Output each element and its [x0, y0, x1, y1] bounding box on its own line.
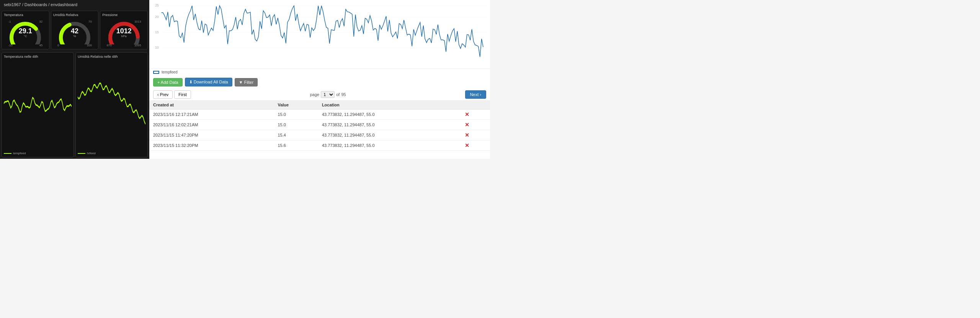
gauge-umidita-value: 42 %	[71, 28, 78, 38]
table-row: 2023/11/15 11:47:20PM 15.4 43.773832, 11…	[149, 130, 490, 140]
data-table-wrap: Created at Value Location 2023/11/16 12:…	[149, 101, 490, 159]
main-chart-legend: tempfeed	[149, 69, 490, 75]
gauge-temperatura-value: 29.1 °C	[19, 28, 32, 38]
delete-button[interactable]: ✕	[465, 132, 469, 138]
temp48-legend-label: tempfeed	[13, 152, 26, 155]
col-header-created-at: Created at	[149, 101, 274, 109]
gauge-pressione-wrap: 1012 hPa 1013	[107, 18, 141, 44]
gauge-pressione-value: 1012 hPa	[116, 28, 132, 38]
table-row: 2023/11/16 12:02:21AM 15.0 43.773832, 11…	[149, 120, 490, 130]
gauge-temperatura-title: Temperatura	[4, 13, 23, 17]
download-icon: ⬇	[189, 80, 194, 84]
filter-button[interactable]: ▼ Filter	[235, 78, 258, 86]
controls-row: + Add Data ⬇ Download All Data ▼ Filter	[149, 75, 490, 89]
svg-text:20: 20	[155, 15, 159, 19]
table-header-row: Created at Value Location	[149, 101, 490, 109]
hum48-legend-label: hrfeed	[87, 152, 96, 155]
page-label: page	[310, 92, 319, 97]
cell-value: 15.4	[274, 130, 318, 140]
svg-text:10: 10	[155, 46, 159, 49]
svg-text:25: 25	[155, 3, 159, 7]
prev-button[interactable]: ‹ Prev	[153, 90, 173, 99]
table-body: 2023/11/16 12:17:21AM 15.0 43.773832, 11…	[149, 109, 490, 151]
delete-button[interactable]: ✕	[465, 142, 469, 148]
app-container: sebi1967 / Dashboards / envdashboard Tem…	[0, 0, 490, 159]
gauge-temperatura: Temperatura 29.1 °C -1 32 -15 45	[2, 11, 49, 49]
cell-created-at: 2023/11/16 12:02:21AM	[149, 120, 274, 130]
filter-icon: ▼	[239, 80, 244, 85]
page-info: page 1 of 95	[310, 91, 346, 98]
svg-text:15: 15	[155, 30, 159, 34]
data-table: Created at Value Location 2023/11/16 12:…	[149, 101, 490, 151]
chart-umidita48-area	[78, 60, 145, 151]
delete-button[interactable]: ✕	[465, 122, 469, 128]
cell-delete: ✕	[461, 140, 490, 151]
of-label: of	[336, 92, 340, 97]
cell-value: 15.0	[274, 109, 318, 120]
gauge-pressione-title: Pressione	[102, 13, 118, 17]
chart-temp48: Temperatura nelle 48h tempfeed	[2, 52, 74, 157]
chart-umidita48-legend: hrfeed	[78, 152, 145, 155]
left-panel: sebi1967 / Dashboards / envdashboard Tem…	[0, 0, 149, 159]
first-button[interactable]: First	[174, 90, 191, 99]
cell-value: 15.0	[274, 120, 318, 130]
cell-delete: ✕	[461, 130, 490, 140]
cell-value: 15.6	[274, 140, 318, 151]
charts-row: Temperatura nelle 48h tempfeed Umidità R…	[0, 51, 149, 159]
main-chart-area: 25 20 15 10	[149, 0, 490, 69]
breadcrumb: sebi1967 / Dashboards / envdashboard	[0, 0, 149, 9]
table-row: 2023/11/15 11:32:20PM 15.6 43.773832, 11…	[149, 140, 490, 151]
cell-location: 43.773832, 11.294487, 55.0	[318, 109, 461, 120]
gauge-pressione-top-labels: 1013	[107, 20, 141, 23]
cell-created-at: 2023/11/16 12:17:21AM	[149, 109, 274, 120]
cell-created-at: 2023/11/15 11:47:20PM	[149, 130, 274, 140]
gauge-umidita: Umidità Relativa 42 % 70 0 100	[51, 11, 99, 49]
cell-location: 43.773832, 11.294487, 55.0	[318, 120, 461, 130]
temp48-legend-line	[4, 153, 11, 154]
gauge-umidita-title: Umidità Relativa	[53, 13, 78, 17]
hum48-legend-line	[78, 153, 85, 154]
chart-umidita48-title: Umidità Relativa nelle 48h	[78, 55, 145, 59]
main-legend-box	[153, 71, 159, 74]
cell-delete: ✕	[461, 120, 490, 130]
gauge-temperatura-top-labels: -1 32	[8, 20, 42, 23]
delete-button[interactable]: ✕	[465, 111, 469, 117]
cell-delete: ✕	[461, 109, 490, 120]
col-header-value: Value	[274, 101, 318, 109]
total-pages: 95	[341, 92, 346, 97]
gauges-row: Temperatura 29.1 °C -1 32 -15 45	[0, 9, 149, 51]
gauge-temperatura-wrap: 29.1 °C -1 32	[8, 18, 42, 44]
gauge-umidita-top-labels: 70	[57, 20, 92, 23]
download-all-button[interactable]: ⬇ Download All Data	[185, 78, 232, 86]
next-button[interactable]: Next ›	[465, 90, 486, 99]
col-header-actions	[461, 101, 490, 109]
gauge-pressione: Pressione 1012 hPa 1013 870 1095	[100, 11, 148, 49]
table-row: 2023/11/16 12:17:21AM 15.0 43.773832, 11…	[149, 109, 490, 120]
chart-temp48-area	[4, 60, 72, 151]
main-legend-label: tempfeed	[162, 70, 178, 74]
chart-temp48-legend: tempfeed	[4, 152, 72, 155]
pagination-row: ‹ Prev First page 1 of 95 Next ›	[149, 89, 490, 101]
col-header-location: Location	[318, 101, 461, 109]
cell-location: 43.773832, 11.294487, 55.0	[318, 140, 461, 151]
page-select[interactable]: 1	[321, 91, 335, 98]
right-panel: 25 20 15 10 tempfeed + Add Data ⬇ Downlo	[149, 0, 490, 159]
chart-temp48-title: Temperatura nelle 48h	[4, 55, 72, 59]
cell-location: 43.773832, 11.294487, 55.0	[318, 130, 461, 140]
add-data-button[interactable]: + Add Data	[153, 78, 183, 86]
gauge-umidita-wrap: 42 % 70	[57, 18, 92, 44]
chart-umidita48: Umidità Relativa nelle 48h hrfeed	[75, 52, 148, 157]
cell-created-at: 2023/11/15 11:32:20PM	[149, 140, 274, 151]
